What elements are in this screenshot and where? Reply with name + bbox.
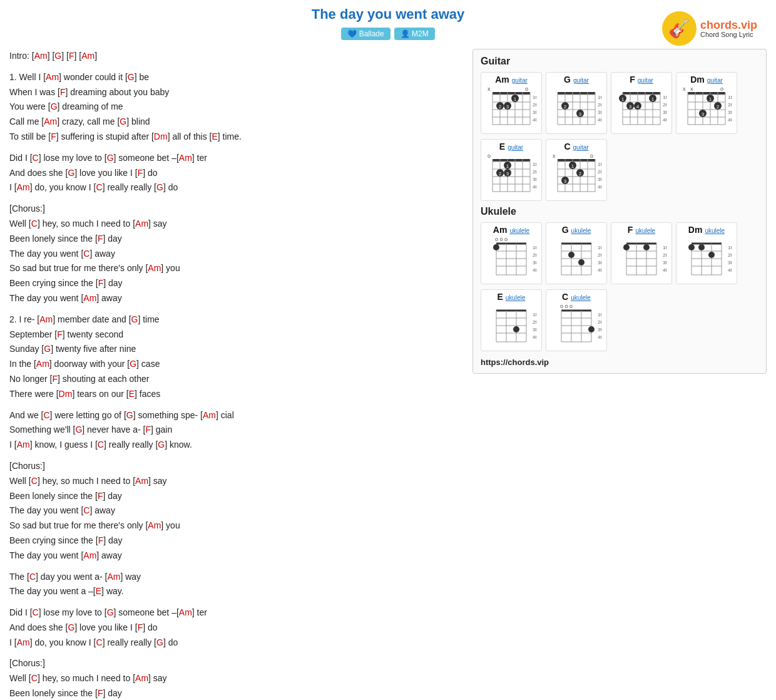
lyric-line: Did I [C] lose my love to [G] someone be… — [9, 151, 460, 166]
chord-g-guitar[interactable]: G guitar — [546, 72, 607, 134]
chord-ref[interactable]: Am — [107, 572, 120, 582]
chord-g-ukulele[interactable]: G ukulele 1 — [546, 222, 607, 284]
chord-ref[interactable]: C — [31, 219, 38, 229]
chord-ref[interactable]: Am — [17, 182, 30, 192]
chord-ref[interactable]: F — [52, 374, 58, 384]
chord-ref[interactable]: F — [138, 168, 143, 178]
chord-ref[interactable]: F — [60, 87, 66, 97]
svg-text:4fr: 4fr — [533, 267, 536, 273]
chord-e-guitar[interactable]: E guitar o — [481, 139, 542, 201]
svg-text:x: x — [690, 86, 693, 92]
chord-ref[interactable]: G — [158, 440, 165, 450]
chord-ref[interactable]: G — [131, 314, 138, 324]
chord-ref[interactable]: C — [98, 440, 104, 450]
chord-ref[interactable]: G — [107, 153, 114, 163]
logo-text: chords.vip Chord Song Lyric — [700, 19, 757, 38]
chord-ref[interactable]: F — [98, 278, 104, 288]
chord-ref[interactable]: Am — [34, 51, 48, 61]
chord-ref[interactable]: Am — [17, 440, 30, 450]
chord-ref[interactable]: Dm — [59, 389, 73, 399]
svg-text:1: 1 — [709, 96, 712, 102]
chord-ref[interactable]: G — [51, 101, 58, 111]
chord-ref[interactable]: G — [75, 425, 82, 435]
chord-ref[interactable]: C — [33, 153, 39, 163]
chord-ref[interactable]: F — [69, 51, 74, 61]
chord-ref[interactable]: F — [145, 425, 151, 435]
chord-ref[interactable]: Am — [179, 153, 192, 163]
chord-f-guitar[interactable]: F guitar — [611, 72, 672, 134]
chord-ref[interactable]: Am — [46, 72, 59, 82]
chord-ref[interactable]: G — [156, 182, 163, 192]
chord-ref[interactable]: Am — [135, 476, 148, 486]
chord-ref[interactable]: Am — [148, 263, 161, 273]
chord-ref[interactable]: G — [128, 72, 135, 82]
chord-ref[interactable]: G — [156, 637, 163, 647]
chord-ref[interactable]: C — [83, 505, 89, 515]
chord-ref[interactable]: G — [68, 168, 74, 178]
chord-ref[interactable]: C — [29, 572, 36, 582]
lyric-line: Call me [Am] crazy, call me [G] blind — [9, 115, 460, 130]
svg-text:4fr: 4fr — [663, 267, 666, 273]
chord-ref[interactable]: Am — [17, 637, 30, 647]
panel-url: https://chords.vip — [481, 358, 758, 367]
ukulele-chords-row2: E ukulele 1fr — [481, 289, 758, 351]
chord-ref[interactable]: C — [96, 182, 103, 192]
chord-dm-guitar[interactable]: Dm guitar x x o — [676, 72, 737, 134]
chord-ref[interactable]: Am — [135, 219, 148, 229]
tag-artist[interactable]: 👤 M2M — [394, 28, 435, 40]
chord-ref[interactable]: Am — [39, 314, 53, 324]
chord-am-ukulele[interactable]: Am ukulele o o o — [481, 222, 542, 284]
chord-ref[interactable]: C — [31, 673, 38, 683]
chord-e-ukulele[interactable]: E ukulele 1fr — [481, 289, 542, 351]
chord-dm-ukulele[interactable]: Dm ukulele — [676, 222, 737, 284]
lyric-line: And we [C] were letting go of [G] someth… — [9, 408, 460, 423]
chord-ref[interactable]: Am — [148, 520, 161, 530]
chord-f-ukulele[interactable]: F ukulele 1 — [611, 222, 672, 284]
chord-ref[interactable]: Am — [135, 673, 148, 683]
svg-text:2: 2 — [579, 171, 582, 177]
chord-ref[interactable]: C — [83, 249, 89, 259]
chord-ref[interactable]: F — [138, 622, 143, 632]
chord-ref[interactable]: F — [98, 535, 104, 545]
chord-ref[interactable]: Am — [83, 550, 96, 560]
chord-ref[interactable]: C — [43, 410, 49, 420]
lyric-line: The day you went [C] away — [9, 503, 460, 518]
chord-ref[interactable]: G — [54, 51, 61, 61]
chord-ref[interactable]: G — [68, 622, 74, 632]
chord-ref[interactable]: C — [33, 607, 39, 617]
chord-c-guitar[interactable]: C guitar x o — [546, 139, 607, 201]
chord-ref[interactable]: Am — [44, 116, 57, 126]
chord-ref[interactable]: G — [107, 607, 114, 617]
chord-ref[interactable]: F — [98, 688, 103, 698]
chord-ref[interactable]: E — [96, 586, 101, 596]
chord-ref[interactable]: Am — [36, 359, 49, 369]
chord-ref[interactable]: F — [98, 491, 103, 501]
chord-ref[interactable]: Am — [83, 293, 96, 303]
svg-text:2fr: 2fr — [533, 169, 536, 175]
lyric-line: Did I [C] lose my love to [G] someone be… — [9, 605, 460, 620]
svg-text:4fr: 4fr — [598, 334, 601, 340]
chord-ref[interactable]: Am — [203, 410, 216, 420]
chord-ref[interactable]: Am — [179, 607, 192, 617]
chord-ref[interactable]: G — [44, 344, 51, 354]
chord-ref[interactable]: G — [130, 359, 136, 369]
chord-ref[interactable]: F — [98, 234, 103, 244]
svg-text:3: 3 — [506, 171, 509, 177]
chord-ref[interactable]: E — [212, 131, 217, 142]
chord-ref[interactable]: Am — [81, 51, 94, 61]
chord-ref[interactable]: F — [57, 329, 63, 339]
chord-ref[interactable]: G — [120, 116, 126, 126]
chord-ref[interactable]: G — [126, 410, 133, 420]
chord-ref[interactable]: C — [31, 476, 38, 486]
chord-ref[interactable]: Dm — [154, 131, 168, 142]
chord-ref[interactable]: C — [96, 637, 103, 647]
chord-ref[interactable]: F — [51, 131, 56, 142]
svg-text:3fr: 3fr — [598, 110, 601, 115]
svg-text:1fr: 1fr — [598, 95, 601, 100]
svg-text:2fr: 2fr — [533, 319, 536, 325]
tag-ballade[interactable]: 💙 Ballade — [341, 28, 390, 40]
chord-am-guitar[interactable]: Am guitar x o — [481, 72, 542, 134]
svg-text:o: o — [720, 86, 723, 92]
chord-ref[interactable]: E — [129, 389, 135, 399]
chord-c-ukulele[interactable]: C ukulele o o o — [546, 289, 607, 351]
